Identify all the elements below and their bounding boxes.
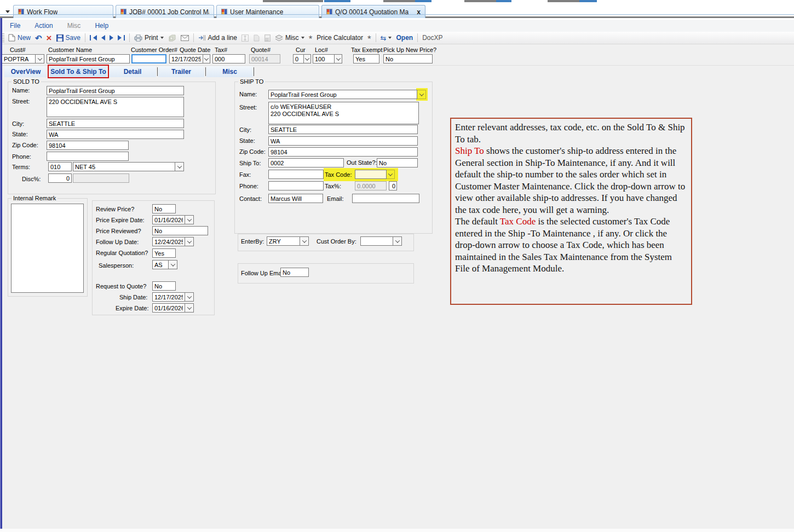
- tax-exempt-input[interactable]: [353, 54, 379, 63]
- price-reviewed-input[interactable]: [152, 226, 208, 235]
- tax-no-input[interactable]: [212, 54, 245, 63]
- pickup-new-price-input[interactable]: [383, 54, 433, 63]
- cust-order-by-input[interactable]: [360, 236, 393, 246]
- tax-pct2-input[interactable]: [389, 181, 397, 190]
- soldto-name-input[interactable]: [47, 86, 184, 95]
- copy-document-button[interactable]: [251, 32, 262, 43]
- tax-code-input[interactable]: [355, 170, 387, 179]
- tab-list-dropdown-button[interactable]: [3, 8, 12, 16]
- tab-overview[interactable]: OverView: [4, 66, 47, 77]
- window-tab-quotation-maintenance[interactable]: Q/O 00014 Quotation Maint... x: [321, 5, 425, 18]
- email-button[interactable]: [179, 32, 191, 43]
- review-price-input[interactable]: [152, 204, 176, 213]
- cur-dropdown[interactable]: [304, 54, 311, 63]
- shipto-name-input[interactable]: [268, 90, 417, 99]
- quote-date-input[interactable]: [169, 54, 203, 63]
- soldto-terms-desc-input[interactable]: [73, 162, 175, 171]
- soldto-state-input[interactable]: [47, 130, 184, 139]
- tab-misc[interactable]: Misc: [206, 66, 253, 77]
- window-tab-workflow[interactable]: Work Flow: [13, 5, 113, 18]
- tab-trailer[interactable]: Trailer: [158, 66, 204, 77]
- cust-no-input[interactable]: [2, 54, 36, 63]
- ship-date-input[interactable]: [152, 292, 185, 302]
- customer-name-input[interactable]: [47, 54, 130, 63]
- shipto-number-input[interactable]: [268, 158, 344, 167]
- loc-dropdown[interactable]: [335, 54, 342, 63]
- save-button[interactable]: Save: [54, 32, 83, 43]
- salesperson-input[interactable]: [152, 260, 169, 269]
- soldto-disc-input[interactable]: [48, 174, 72, 183]
- print-button[interactable]: Print: [132, 32, 166, 43]
- quote-date-dropdown[interactable]: [203, 54, 210, 63]
- nav-next-button[interactable]: [107, 32, 116, 43]
- nav-prev-button[interactable]: [99, 32, 107, 43]
- tab-sold-to-ship-to[interactable]: Sold To & Ship To: [50, 66, 107, 77]
- soldto-disc-label: Disc%:: [22, 176, 41, 182]
- menu-misc[interactable]: Misc: [67, 22, 81, 30]
- open-button[interactable]: Open: [394, 32, 415, 43]
- undo-button[interactable]: ↶: [33, 32, 44, 43]
- follow-up-date-dropdown[interactable]: [185, 237, 194, 246]
- shipto-zip-input[interactable]: [268, 147, 418, 157]
- menu-file[interactable]: File: [10, 22, 20, 30]
- instruction-note: Enter relevant addresses, tax code, etc.…: [450, 118, 692, 305]
- shipto-phone-input[interactable]: [268, 181, 324, 190]
- shipto-state-label: State:: [239, 137, 255, 144]
- follow-up-email-input[interactable]: [280, 268, 309, 277]
- calculator-button[interactable]: [262, 32, 273, 43]
- soldto-zip-input[interactable]: [47, 141, 129, 150]
- resize-row-button[interactable]: [239, 32, 251, 43]
- internal-remark-input[interactable]: [11, 204, 84, 293]
- close-icon[interactable]: x: [417, 8, 421, 16]
- cust-order-by-dropdown[interactable]: [393, 236, 402, 246]
- delete-x-icon: ×: [47, 33, 52, 43]
- expire-date-input[interactable]: [152, 303, 185, 313]
- request-to-quote-input[interactable]: [152, 281, 176, 291]
- enter-by-dropdown[interactable]: [300, 236, 309, 246]
- customer-order-input[interactable]: [131, 54, 166, 63]
- floppy-save-icon: [56, 34, 64, 42]
- soldto-city-input[interactable]: [47, 119, 184, 128]
- loc-input[interactable]: [313, 54, 335, 63]
- regular-quotation-input[interactable]: [152, 248, 176, 258]
- shipto-email-input[interactable]: [352, 194, 419, 203]
- shipto-city-input[interactable]: [268, 125, 418, 134]
- salesperson-dropdown[interactable]: [169, 260, 177, 269]
- nav-first-button[interactable]: [88, 32, 99, 43]
- toolbar: New ↶ × Save Print Add a line: [0, 32, 794, 44]
- misc-button[interactable]: Misc: [273, 32, 307, 43]
- soldto-street-input[interactable]: 220 OCCIDENTAL AVE S: [47, 97, 184, 117]
- price-expire-date-dropdown[interactable]: [185, 215, 194, 224]
- menu-help[interactable]: Help: [95, 22, 108, 30]
- window-tab-strip: Work Flow JOB# 00001 Job Control Mainten…: [0, 2, 794, 18]
- expire-date-dropdown[interactable]: [185, 303, 194, 313]
- out-state-input[interactable]: [377, 158, 418, 167]
- fax-print-button[interactable]: [166, 32, 179, 43]
- tab-detail[interactable]: Detail: [109, 66, 156, 77]
- window-tab-user-maintenance[interactable]: User Maintenance: [216, 5, 319, 18]
- switch-view-button[interactable]: ⇆: [378, 32, 394, 43]
- price-expire-date-input[interactable]: [152, 215, 185, 224]
- enter-by-input[interactable]: [267, 236, 300, 246]
- cust-no-dropdown[interactable]: [36, 54, 44, 63]
- docxp-button[interactable]: DocXP: [420, 32, 445, 43]
- ship-date-dropdown[interactable]: [185, 292, 194, 302]
- follow-up-date-input[interactable]: [152, 237, 185, 246]
- delete-button[interactable]: ×: [44, 32, 54, 43]
- shipto-name-dropdown[interactable]: [417, 90, 426, 99]
- price-calculator-button[interactable]: Price Calculator: [314, 32, 365, 43]
- new-button[interactable]: New: [6, 32, 33, 43]
- soldto-phone-input[interactable]: [47, 152, 129, 161]
- cur-input[interactable]: [293, 54, 304, 63]
- menu-action[interactable]: Action: [34, 22, 53, 30]
- soldto-terms-code-input[interactable]: [48, 162, 72, 171]
- tax-code-dropdown[interactable]: [387, 170, 395, 179]
- window-tab-job-control[interactable]: JOB# 00001 Job Control Mainten...: [116, 5, 214, 18]
- shipto-contact-input[interactable]: [268, 194, 323, 203]
- soldto-terms-dropdown[interactable]: [175, 162, 184, 171]
- shipto-state-input[interactable]: [268, 136, 418, 146]
- nav-last-button[interactable]: [116, 32, 127, 43]
- shipto-street-input[interactable]: c/o WEYERHAEUSER 220 OCCIDENTAL AVE S: [268, 102, 419, 124]
- add-line-button[interactable]: Add a line: [196, 32, 239, 43]
- shipto-fax-input[interactable]: [268, 170, 324, 179]
